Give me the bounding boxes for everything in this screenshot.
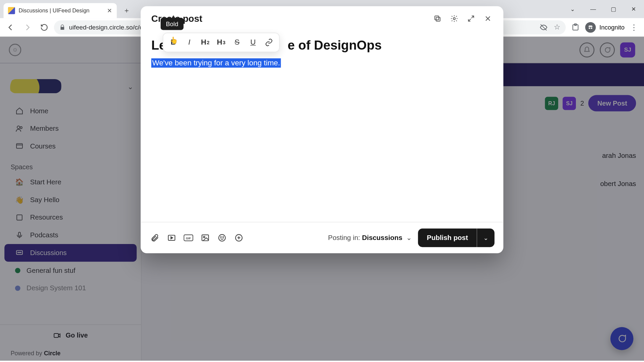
- post-body-editor[interactable]: We've been trying for a very long time.: [151, 57, 493, 69]
- svg-point-24: [221, 237, 221, 237]
- selected-text: We've been trying for a very long time.: [151, 58, 281, 68]
- publish-options-button[interactable]: ⌄: [477, 229, 495, 247]
- gif-icon[interactable]: GIF: [183, 233, 194, 243]
- browser-tab[interactable]: Discussions | UIFeed Design ✕: [4, 3, 117, 18]
- extensions-icon[interactable]: [569, 20, 583, 34]
- format-italic-button[interactable]: I: [182, 35, 197, 50]
- window-maximize-icon[interactable]: ▢: [603, 0, 624, 18]
- tooltip-bold: Bold: [161, 18, 184, 30]
- video-embed-icon[interactable]: [166, 233, 177, 243]
- format-underline-button[interactable]: U: [246, 35, 261, 50]
- bookmark-star-icon[interactable]: ☆: [554, 22, 560, 32]
- lock-icon: [59, 24, 65, 30]
- svg-rect-16: [435, 16, 439, 20]
- format-strike-button[interactable]: S: [229, 35, 245, 50]
- incognito-chip[interactable]: Incognito: [585, 22, 625, 33]
- browser-menu-icon[interactable]: ⋮: [627, 22, 641, 32]
- format-link-button[interactable]: [261, 35, 276, 50]
- eye-off-icon[interactable]: [540, 23, 548, 31]
- format-toolbar: B I H2 H3 S U: [163, 33, 279, 52]
- tab-title: Discussions | UIFeed Design: [18, 7, 89, 13]
- format-bold-button[interactable]: B: [166, 35, 181, 50]
- tabsearch-caret-icon[interactable]: ⌄: [562, 0, 583, 18]
- window-close-icon[interactable]: ✕: [624, 0, 644, 18]
- svg-text:GIF: GIF: [186, 237, 191, 240]
- tab-close-icon[interactable]: ✕: [107, 7, 112, 14]
- svg-point-3: [591, 27, 592, 29]
- publish-post-button[interactable]: Publish post: [418, 229, 477, 247]
- svg-point-23: [219, 235, 225, 241]
- nav-back-icon[interactable]: [4, 20, 18, 34]
- gear-icon[interactable]: [449, 14, 459, 23]
- image-icon[interactable]: [200, 233, 211, 243]
- chevron-down-icon: ⌄: [406, 234, 412, 241]
- reload-icon[interactable]: [37, 20, 51, 34]
- chevron-down-icon: ⌄: [483, 235, 488, 241]
- svg-rect-15: [436, 17, 440, 21]
- expand-icon[interactable]: [466, 14, 476, 23]
- svg-rect-21: [202, 235, 209, 241]
- svg-point-22: [203, 236, 205, 238]
- add-more-icon[interactable]: [233, 233, 244, 243]
- format-h2-button[interactable]: H2: [198, 35, 213, 50]
- format-h3-button[interactable]: H3: [214, 35, 229, 50]
- nav-forward-icon[interactable]: [20, 20, 35, 34]
- svg-point-25: [223, 237, 223, 237]
- close-icon[interactable]: [483, 14, 493, 23]
- svg-point-2: [589, 27, 590, 29]
- posting-in-selector[interactable]: Posting in: Discussions ⌄: [328, 234, 412, 242]
- copy-icon[interactable]: [433, 14, 442, 23]
- link-icon: [265, 39, 273, 47]
- incognito-icon: [585, 22, 596, 33]
- incognito-label: Incognito: [599, 24, 625, 31]
- attachment-icon[interactable]: [150, 233, 160, 243]
- window-minimize-icon[interactable]: —: [583, 0, 603, 18]
- emoji-icon[interactable]: [217, 233, 227, 243]
- svg-point-17: [453, 17, 455, 19]
- new-tab-button[interactable]: ＋: [120, 4, 133, 17]
- tab-favicon: [8, 7, 15, 14]
